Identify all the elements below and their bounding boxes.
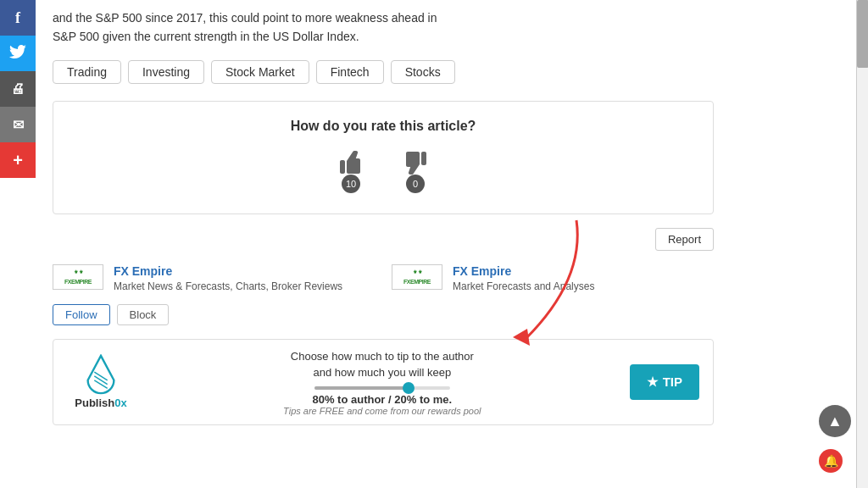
tip-note-text: Tips are FREE and come from our rewards … [148, 406, 616, 416]
more-share-button[interactable]: + [0, 142, 36, 178]
svg-text:⚜ ⚜: ⚜ ⚜ [74, 269, 83, 274]
author-card-2: ⚜ ⚜ FXEMPIRE FX Empire Market Forecasts … [392, 264, 714, 325]
water-drop-icon [84, 354, 118, 396]
author-1-logo: ⚜ ⚜ FXEMPIRE [53, 264, 103, 290]
tag-stocks[interactable]: Stocks [391, 60, 455, 84]
author-1-info: FX Empire Market News & Forecasts, Chart… [114, 264, 375, 294]
twitter-share-button[interactable] [0, 36, 36, 71]
intro-text: and the S&P 500 since 2017, this could p… [53, 8, 714, 47]
thumbs-up-count: 10 [342, 175, 360, 193]
author-1-desc: Market News & Forecasts, Charts, Broker … [114, 280, 375, 294]
tag-stock-market[interactable]: Stock Market [211, 60, 309, 84]
social-sidebar: f 🖨 ✉ + [0, 0, 36, 488]
author-2-logo: ⚜ ⚜ FXEMPIRE [392, 264, 442, 290]
rating-title: How do you rate this article? [70, 119, 696, 134]
svg-line-6 [94, 376, 107, 385]
email-icon: ✉ [13, 117, 24, 133]
tip-button[interactable]: ★ TIP [630, 364, 699, 400]
email-share-button[interactable]: ✉ [0, 107, 36, 142]
main-content: and the S&P 500 since 2017, this could p… [36, 0, 731, 425]
svg-line-7 [94, 380, 107, 389]
notification-badge[interactable]: 🔔 [819, 449, 843, 473]
plus-icon: + [13, 151, 23, 170]
rating-box: How do you rate this article? 10 0 [53, 101, 714, 214]
block-button[interactable]: Block [117, 304, 170, 325]
tag-investing[interactable]: Investing [128, 60, 204, 84]
tip-box: Publish0x Choose how much to tip to the … [53, 339, 714, 425]
tag-fintech[interactable]: Fintech [316, 60, 384, 84]
svg-line-5 [94, 372, 107, 380]
author-card-2-inner: ⚜ ⚜ FXEMPIRE FX Empire Market Forecasts … [392, 264, 714, 294]
print-icon: 🖨 [11, 81, 25, 97]
author-cards: ⚜ ⚜ FXEMPIRE FX Empire Market News & For… [53, 264, 714, 325]
tip-main-text: Choose how much to tip to the author and… [148, 348, 616, 381]
author-card-1-inner: ⚜ ⚜ FXEMPIRE FX Empire Market News & For… [53, 264, 375, 294]
tip-slider-fill [314, 386, 409, 390]
publishox-brand-colored: 0x [114, 396, 126, 409]
svg-text:FXEMPIRE: FXEMPIRE [64, 279, 92, 285]
author-1-actions: Follow Block [53, 304, 375, 325]
report-row: Report [53, 228, 714, 251]
tip-slider-track[interactable] [314, 386, 450, 390]
tags-row: Trading Investing Stock Market Fintech S… [53, 60, 714, 84]
thumbs-up-button[interactable]: 10 [336, 147, 366, 197]
publishox-logo: Publish0x [67, 354, 135, 409]
scrollbar[interactable] [856, 0, 868, 488]
svg-text:FXEMPIRE: FXEMPIRE [403, 279, 431, 285]
publishox-brand-text: Publish0x [75, 396, 126, 409]
chevron-up-icon: ▲ [827, 413, 843, 430]
tag-trading[interactable]: Trading [53, 60, 121, 84]
print-share-button[interactable]: 🖨 [0, 71, 36, 107]
rating-icons: 10 0 [70, 147, 696, 197]
author-2-info: FX Empire Market Forecasts and Analyses [453, 264, 714, 294]
follow-button[interactable]: Follow [53, 304, 110, 325]
thumbs-down-button[interactable]: 0 [400, 147, 431, 197]
author-2-desc: Market Forecasts and Analyses [453, 280, 714, 294]
thumbs-down-count: 0 [406, 175, 425, 193]
scroll-up-button[interactable]: ▲ [819, 405, 851, 437]
svg-text:⚜ ⚜: ⚜ ⚜ [413, 269, 422, 274]
facebook-share-button[interactable]: f [0, 0, 36, 36]
twitter-icon [9, 45, 26, 63]
tip-middle: Choose how much to tip to the author and… [148, 348, 616, 416]
report-button[interactable]: Report [655, 228, 714, 251]
facebook-icon: f [15, 9, 20, 27]
author-card-1: ⚜ ⚜ FXEMPIRE FX Empire Market News & For… [53, 264, 375, 325]
star-icon: ★ [647, 374, 658, 390]
scrollbar-thumb[interactable] [857, 0, 868, 68]
bell-icon: 🔔 [824, 454, 838, 468]
author-2-name[interactable]: FX Empire [453, 264, 714, 278]
tip-slider-thumb[interactable] [403, 382, 415, 394]
tip-percent-text: 80% to author / 20% to me. [148, 393, 616, 406]
tip-slider-container [148, 386, 616, 390]
author-1-name[interactable]: FX Empire [114, 264, 375, 278]
